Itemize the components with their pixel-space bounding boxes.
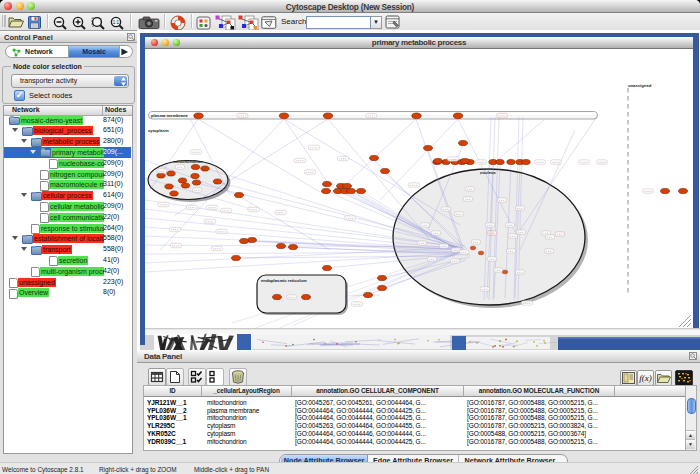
svg-text:nucleus: nucleus [480,170,496,175]
svg-text:mitochondrion: mitochondrion [173,159,203,164]
svg-text:endoplasmic reticulum: endoplasmic reticulum [261,278,307,283]
svg-text:unassigned: unassigned [628,83,652,88]
svg-text:1:1: 1:1 [113,20,120,25]
svg-text:cytoplasm: cytoplasm [148,128,169,133]
svg-text:plasma membrane: plasma membrane [151,113,188,118]
svg-text:f(x): f(x) [639,373,652,383]
